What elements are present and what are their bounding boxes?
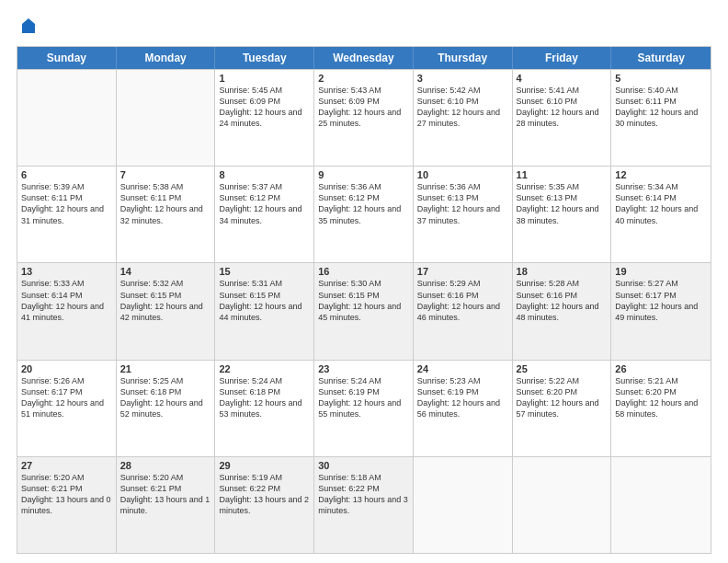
daylight-text: Daylight: 12 hours and 46 minutes. xyxy=(417,301,508,323)
day-number: 27 xyxy=(21,460,112,471)
sunset-text: Sunset: 6:21 PM xyxy=(21,483,112,494)
sunset-text: Sunset: 6:11 PM xyxy=(120,192,211,203)
calendar-cell: 21Sunrise: 5:25 AMSunset: 6:18 PMDayligh… xyxy=(117,361,216,456)
day-number: 16 xyxy=(318,266,409,277)
sunrise-text: Sunrise: 5:38 AM xyxy=(120,181,211,192)
sunset-text: Sunset: 6:12 PM xyxy=(318,192,409,203)
calendar-cell: 22Sunrise: 5:24 AMSunset: 6:18 PMDayligh… xyxy=(215,361,314,456)
daylight-text: Daylight: 12 hours and 31 minutes. xyxy=(21,203,112,225)
calendar-cell: 26Sunrise: 5:21 AMSunset: 6:20 PMDayligh… xyxy=(611,361,711,456)
day-number: 18 xyxy=(517,266,608,277)
sunset-text: Sunset: 6:15 PM xyxy=(120,290,211,301)
calendar-week-row: 20Sunrise: 5:26 AMSunset: 6:17 PMDayligh… xyxy=(17,360,711,456)
calendar-cell: 18Sunrise: 5:28 AMSunset: 6:16 PMDayligh… xyxy=(513,263,612,359)
sunrise-text: Sunrise: 5:36 AM xyxy=(318,181,409,192)
svg-marker-0 xyxy=(22,18,35,33)
calendar-header: SundayMondayTuesdayWednesdayThursdayFrid… xyxy=(17,47,711,69)
sunset-text: Sunset: 6:19 PM xyxy=(417,386,508,397)
daylight-text: Daylight: 13 hours and 2 minutes. xyxy=(219,494,310,516)
sunset-text: Sunset: 6:10 PM xyxy=(517,96,608,107)
day-number: 5 xyxy=(615,73,707,84)
day-number: 8 xyxy=(219,169,310,180)
weekday-header: Sunday xyxy=(17,47,117,69)
calendar-week-row: 27Sunrise: 5:20 AMSunset: 6:21 PMDayligh… xyxy=(17,456,711,553)
calendar-cell xyxy=(611,457,711,553)
day-number: 21 xyxy=(120,363,211,374)
calendar-cell: 15Sunrise: 5:31 AMSunset: 6:15 PMDayligh… xyxy=(215,263,314,359)
sunset-text: Sunset: 6:16 PM xyxy=(417,290,508,301)
sunset-text: Sunset: 6:13 PM xyxy=(417,192,508,203)
sunrise-text: Sunrise: 5:40 AM xyxy=(615,85,707,96)
daylight-text: Daylight: 12 hours and 28 minutes. xyxy=(517,107,608,129)
logo-icon xyxy=(18,17,39,37)
calendar-cell: 9Sunrise: 5:36 AMSunset: 6:12 PMDaylight… xyxy=(314,167,414,262)
daylight-text: Daylight: 12 hours and 49 minutes. xyxy=(615,301,707,323)
sunrise-text: Sunrise: 5:20 AM xyxy=(120,472,211,483)
calendar-cell: 2Sunrise: 5:43 AMSunset: 6:09 PMDaylight… xyxy=(314,70,414,166)
sunset-text: Sunset: 6:20 PM xyxy=(615,386,707,397)
sunrise-text: Sunrise: 5:43 AM xyxy=(318,85,409,96)
sunset-text: Sunset: 6:13 PM xyxy=(517,192,608,203)
weekday-header: Saturday xyxy=(611,47,711,69)
sunset-text: Sunset: 6:11 PM xyxy=(21,192,112,203)
daylight-text: Daylight: 13 hours and 0 minutes. xyxy=(21,494,112,516)
sunrise-text: Sunrise: 5:21 AM xyxy=(615,375,707,386)
daylight-text: Daylight: 12 hours and 32 minutes. xyxy=(120,203,211,225)
daylight-text: Daylight: 12 hours and 56 minutes. xyxy=(417,397,508,419)
calendar-cell: 14Sunrise: 5:32 AMSunset: 6:15 PMDayligh… xyxy=(117,263,216,359)
calendar-cell: 16Sunrise: 5:30 AMSunset: 6:15 PMDayligh… xyxy=(314,263,414,359)
calendar-cell: 17Sunrise: 5:29 AMSunset: 6:16 PMDayligh… xyxy=(414,263,513,359)
weekday-header: Thursday xyxy=(414,47,513,69)
calendar-body: 1Sunrise: 5:45 AMSunset: 6:09 PMDaylight… xyxy=(17,69,711,553)
day-number: 28 xyxy=(120,460,211,471)
sunset-text: Sunset: 6:20 PM xyxy=(517,386,608,397)
calendar-cell: 30Sunrise: 5:18 AMSunset: 6:22 PMDayligh… xyxy=(314,457,414,553)
sunrise-text: Sunrise: 5:31 AM xyxy=(219,278,310,289)
sunset-text: Sunset: 6:11 PM xyxy=(615,96,707,107)
day-number: 26 xyxy=(615,363,707,374)
day-number: 19 xyxy=(615,266,707,277)
calendar-cell: 24Sunrise: 5:23 AMSunset: 6:19 PMDayligh… xyxy=(414,361,513,456)
sunset-text: Sunset: 6:19 PM xyxy=(318,386,409,397)
sunrise-text: Sunrise: 5:34 AM xyxy=(615,181,707,192)
weekday-header: Wednesday xyxy=(314,47,414,69)
sunrise-text: Sunrise: 5:36 AM xyxy=(417,181,508,192)
sunrise-text: Sunrise: 5:24 AM xyxy=(219,375,310,386)
calendar-cell: 25Sunrise: 5:22 AMSunset: 6:20 PMDayligh… xyxy=(513,361,612,456)
day-number: 10 xyxy=(417,169,508,180)
sunset-text: Sunset: 6:12 PM xyxy=(219,192,310,203)
daylight-text: Daylight: 12 hours and 42 minutes. xyxy=(120,301,211,323)
sunrise-text: Sunrise: 5:29 AM xyxy=(417,278,508,289)
daylight-text: Daylight: 12 hours and 51 minutes. xyxy=(21,397,112,419)
daylight-text: Daylight: 12 hours and 40 minutes. xyxy=(615,203,707,225)
daylight-text: Daylight: 12 hours and 53 minutes. xyxy=(219,397,310,419)
sunset-text: Sunset: 6:14 PM xyxy=(21,290,112,301)
day-number: 3 xyxy=(417,73,508,84)
daylight-text: Daylight: 12 hours and 48 minutes. xyxy=(517,301,608,323)
daylight-text: Daylight: 12 hours and 55 minutes. xyxy=(318,397,409,419)
calendar-cell: 5Sunrise: 5:40 AMSunset: 6:11 PMDaylight… xyxy=(611,70,711,166)
sunrise-text: Sunrise: 5:24 AM xyxy=(318,375,409,386)
calendar-cell: 20Sunrise: 5:26 AMSunset: 6:17 PMDayligh… xyxy=(17,361,117,456)
day-number: 14 xyxy=(120,266,211,277)
sunrise-text: Sunrise: 5:22 AM xyxy=(517,375,608,386)
day-number: 25 xyxy=(517,363,608,374)
sunset-text: Sunset: 6:22 PM xyxy=(318,483,409,494)
calendar-cell: 12Sunrise: 5:34 AMSunset: 6:14 PMDayligh… xyxy=(611,167,711,262)
day-number: 29 xyxy=(219,460,310,471)
sunset-text: Sunset: 6:18 PM xyxy=(219,386,310,397)
calendar-cell: 23Sunrise: 5:24 AMSunset: 6:19 PMDayligh… xyxy=(314,361,414,456)
calendar-cell xyxy=(513,457,612,553)
sunrise-text: Sunrise: 5:19 AM xyxy=(219,472,310,483)
calendar-cell xyxy=(414,457,513,553)
calendar-cell: 8Sunrise: 5:37 AMSunset: 6:12 PMDaylight… xyxy=(215,167,314,262)
sunrise-text: Sunrise: 5:42 AM xyxy=(417,85,508,96)
day-number: 23 xyxy=(318,363,409,374)
day-number: 30 xyxy=(318,460,409,471)
sunrise-text: Sunrise: 5:45 AM xyxy=(219,85,310,96)
calendar-cell: 7Sunrise: 5:38 AMSunset: 6:11 PMDaylight… xyxy=(117,167,216,262)
calendar-cell: 11Sunrise: 5:35 AMSunset: 6:13 PMDayligh… xyxy=(513,167,612,262)
sunrise-text: Sunrise: 5:39 AM xyxy=(21,181,112,192)
daylight-text: Daylight: 12 hours and 30 minutes. xyxy=(615,107,707,129)
calendar-cell: 27Sunrise: 5:20 AMSunset: 6:21 PMDayligh… xyxy=(17,457,117,553)
